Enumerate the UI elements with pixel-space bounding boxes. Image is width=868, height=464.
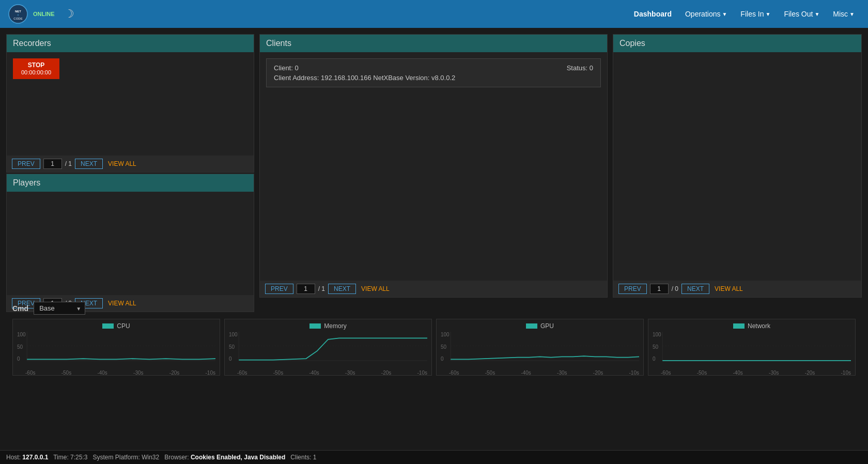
- recorders-page-total: / 1: [65, 160, 72, 167]
- status-host-label: Host:: [6, 454, 21, 461]
- svg-text:NET: NET: [15, 10, 21, 13]
- copies-header: Copies: [613, 35, 861, 52]
- copies-next-button[interactable]: NEXT: [681, 284, 709, 294]
- network-chart-title: Network: [653, 322, 851, 330]
- memory-chart: Memory 100 50 0 -60s -50s -: [224, 319, 432, 376]
- files-out-caret: ▼: [814, 11, 819, 17]
- clients-page-total: / 1: [318, 285, 325, 292]
- client-status: Status: 0: [567, 64, 593, 72]
- cpu-chart: CPU 100 50 0 -60s -50s -40s: [12, 319, 220, 376]
- gpu-y-labels: 100 50 0: [441, 332, 450, 369]
- cmd-label: Cmd: [12, 304, 28, 313]
- panels-row: Recorders STOP 00:00:00:00 PREV / 1 NEXT…: [6, 34, 862, 298]
- cmd-select-wrapper: Base Advanced: [34, 302, 85, 315]
- charts-row: CPU 100 50 0 -60s -50s -40s: [6, 319, 862, 380]
- copies-view-all-button[interactable]: VIEW ALL: [715, 285, 743, 292]
- memory-legend-box: [309, 323, 321, 329]
- status-time-label: Time:: [53, 454, 69, 461]
- copies-footer: PREV / 0 NEXT VIEW ALL: [613, 281, 861, 297]
- nav-misc[interactable]: Misc ▼: [828, 7, 860, 21]
- client-card: Client: 0 Status: 0 Client Address: 192.…: [266, 58, 601, 87]
- cmd-select[interactable]: Base Advanced: [34, 302, 85, 315]
- gpu-chart-svg: [441, 332, 639, 369]
- recorders-header: Recorders: [7, 35, 254, 52]
- operations-caret: ▼: [722, 11, 727, 17]
- logo-icon: NET X CODE: [8, 4, 28, 24]
- nav-files-in[interactable]: Files In ▼: [735, 7, 776, 21]
- cpu-chart-title: CPU: [17, 322, 215, 330]
- client-card-row-1: Client: 0 Status: 0: [274, 64, 593, 72]
- client-id: Client: 0: [274, 64, 299, 72]
- recorders-footer: PREV / 1 NEXT VIEW ALL: [7, 156, 254, 172]
- nav-operations[interactable]: Operations ▼: [680, 7, 732, 21]
- copies-body: [613, 52, 861, 281]
- files-in-caret: ▼: [765, 11, 770, 17]
- navbar-left: NET X CODE ONLINE ☽: [8, 4, 74, 24]
- cpu-y-labels: 100 50 0: [17, 332, 26, 369]
- network-chart: Network 100 50 0 -60s -50s: [648, 319, 856, 376]
- recorders-panel: Recorders STOP 00:00:00:00 PREV / 1 NEXT…: [6, 34, 254, 173]
- cpu-legend-box: [102, 323, 114, 329]
- navbar: NET X CODE ONLINE ☽ Dashboard Operations…: [0, 0, 868, 28]
- memory-x-labels: -60s -50s -40s -30s -20s -10s: [229, 370, 427, 376]
- players-header: Players: [7, 174, 254, 192]
- main-content: Recorders STOP 00:00:00:00 PREV / 1 NEXT…: [0, 28, 868, 380]
- svg-text:CODE: CODE: [13, 17, 22, 20]
- memory-chart-area: 100 50 0: [229, 332, 427, 369]
- copies-panel: Copies PREV / 0 NEXT VIEW ALL: [613, 34, 862, 298]
- status-browser-value: Cookies Enabled, Java Disabled: [191, 454, 285, 461]
- recorders-next-button[interactable]: NEXT: [75, 159, 103, 169]
- recorders-view-all-button[interactable]: VIEW ALL: [108, 160, 136, 167]
- network-chart-svg: [653, 332, 851, 369]
- moon-icon: ☽: [64, 7, 74, 21]
- cpu-x-labels: -60s -50s -40s -30s -20s -10s: [17, 370, 215, 376]
- gpu-x-labels: -60s -50s -40s -30s -20s -10s: [441, 370, 639, 376]
- status-browser-label: Browser:: [164, 454, 189, 461]
- clients-header: Clients: [260, 35, 607, 52]
- memory-chart-title: Memory: [229, 322, 427, 330]
- gpu-legend-box: [526, 323, 537, 329]
- network-chart-area: 100 50 0: [653, 332, 851, 369]
- cpu-chart-svg: [17, 332, 215, 369]
- network-y-labels: 100 50 0: [653, 332, 661, 369]
- misc-caret: ▼: [849, 11, 855, 17]
- status-time-value: 7:25:3: [70, 454, 87, 461]
- recorders-prev-button[interactable]: PREV: [12, 159, 40, 169]
- network-x-labels: -60s -50s -40s -30s -20s -10s: [653, 370, 851, 376]
- left-combined: Recorders STOP 00:00:00:00 PREV / 1 NEXT…: [6, 34, 254, 298]
- clients-view-all-button[interactable]: VIEW ALL: [361, 285, 390, 292]
- network-legend-box: [733, 323, 745, 329]
- copies-prev-button[interactable]: PREV: [618, 284, 647, 294]
- gpu-chart-area: 100 50 0: [441, 332, 639, 369]
- client-address: Client Address: 192.168.100.166: [274, 74, 371, 82]
- clients-footer: PREV / 1 NEXT VIEW ALL: [260, 281, 607, 297]
- client-card-row-2: Client Address: 192.168.100.166 NetXBase…: [274, 74, 593, 82]
- players-view-all-button[interactable]: VIEW ALL: [108, 300, 136, 307]
- memory-y-labels: 100 50 0: [229, 332, 238, 369]
- recorders-body: STOP 00:00:00:00: [7, 52, 254, 156]
- players-panel: Players PREV / 0 NEXT VIEW ALL: [6, 174, 254, 312]
- status-clients-value: 1: [313, 454, 317, 461]
- navbar-right: Dashboard Operations ▼ Files In ▼ Files …: [629, 7, 860, 21]
- gpu-chart-title: GPU: [441, 322, 639, 330]
- clients-body: Client: 0 Status: 0 Client Address: 192.…: [260, 52, 607, 281]
- copies-page-input[interactable]: [650, 284, 669, 294]
- status-host-value: 127.0.0.1: [22, 454, 48, 461]
- status-platform-label: System Platform:: [93, 454, 140, 461]
- copies-page-total: / 0: [672, 285, 678, 292]
- stop-button[interactable]: STOP 00:00:00:00: [13, 58, 59, 79]
- players-body: [7, 192, 254, 295]
- nav-files-out[interactable]: Files Out ▼: [779, 7, 825, 21]
- recorders-page-input[interactable]: [43, 159, 62, 169]
- clients-prev-button[interactable]: PREV: [265, 284, 293, 294]
- client-version: NetXBase Version: v8.0.0.2: [373, 74, 455, 82]
- status-clients-label: Clients:: [290, 454, 311, 461]
- clients-panel: Clients Client: 0 Status: 0 Client Addre…: [259, 34, 608, 298]
- gpu-chart: GPU 100 50 0 -60s -50s -40s: [436, 319, 644, 376]
- cpu-chart-area: 100 50 0: [17, 332, 215, 369]
- status-platform-value: Win32: [142, 454, 159, 461]
- clients-next-button[interactable]: NEXT: [328, 284, 356, 294]
- online-badge: ONLINE: [33, 11, 55, 17]
- clients-page-input[interactable]: [297, 284, 315, 294]
- nav-dashboard[interactable]: Dashboard: [629, 7, 677, 21]
